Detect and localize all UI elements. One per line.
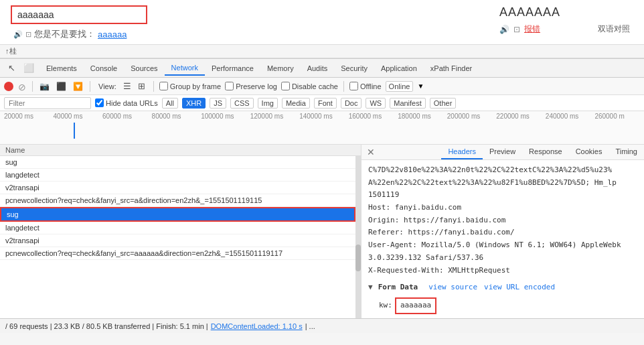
name-column-header: Name: [5, 146, 25, 154]
tab-memory[interactable]: Memory: [260, 62, 301, 75]
filter-btn-font[interactable]: Font: [314, 98, 337, 109]
detail-tab-timing[interactable]: Timing: [609, 145, 644, 159]
tab-network[interactable]: Network: [165, 61, 205, 76]
scroll-thumb: [355, 245, 361, 271]
filter-btn-ws[interactable]: WS: [366, 98, 386, 109]
timeline-marker: [74, 123, 75, 139]
status-extra: | ...: [305, 322, 315, 330]
preserve-log-checkbox[interactable]: Preserve log: [225, 82, 277, 90]
right-speaker-icon: 🔊: [499, 25, 509, 34]
offline-checkbox[interactable]: Offline: [349, 82, 382, 90]
tab-audits[interactable]: Audits: [301, 62, 335, 75]
filter-btn-all[interactable]: All: [162, 98, 178, 109]
network-list-header: Name: [0, 145, 361, 156]
timeline-labels: 20000 ms 40000 ms 60000 ms 80000 ms 1000…: [0, 113, 644, 120]
detail-panel: ✕ Headers Preview Response Cookies Timin…: [361, 145, 644, 333]
timeline-label-8: 160000 ms: [349, 113, 398, 120]
list-view-icon[interactable]: ☰: [120, 80, 134, 92]
dom-content-loaded-link[interactable]: DOMContentLoaded: 1.10 s: [211, 322, 303, 330]
tab-performance[interactable]: Performance: [205, 62, 260, 75]
detail-tab-headers[interactable]: Headers: [441, 145, 483, 159]
filter-btn-other[interactable]: Other: [430, 98, 457, 109]
timeline-label-11: 220000 ms: [496, 113, 546, 120]
right-sub-row: 🔊 ⊡ 报错 双语对照: [499, 23, 633, 35]
filter-input[interactable]: [4, 97, 91, 109]
device-icon[interactable]: ⬜: [21, 62, 37, 74]
timeline-label-7: 140000 ms: [299, 113, 349, 120]
cursor-icon[interactable]: ↖: [5, 62, 18, 74]
filter-btn-media[interactable]: Media: [282, 98, 310, 109]
stop-button[interactable]: ⊘: [17, 82, 27, 91]
hide-data-urls-checkbox[interactable]: Hide data URLs: [95, 98, 158, 107]
funnel-icon[interactable]: 🔽: [72, 82, 84, 91]
suggestion-text: 您是不是要找：: [34, 28, 95, 40]
status-text: / 69 requests | 23.3 KB / 80.5 KB transf…: [5, 322, 208, 330]
filter-btn-manifest[interactable]: Manifest: [390, 98, 426, 109]
network-item-langdetect-1[interactable]: langdetect: [0, 169, 355, 182]
group-frame-checkbox[interactable]: Group by frame: [159, 82, 221, 90]
disable-cache-checkbox[interactable]: Disable cache: [281, 82, 338, 90]
filter-btn-css[interactable]: CSS: [230, 98, 254, 109]
triangle-icon: ▼: [368, 281, 373, 294]
online-button[interactable]: Online: [386, 81, 414, 92]
tab-sources[interactable]: Sources: [124, 62, 164, 75]
detail-line-xhr: X-Requested-With: XMLHttpRequest: [368, 265, 637, 277]
network-item-langdetect-2[interactable]: langdetect: [0, 222, 355, 234]
tab-xpath-finder[interactable]: xPath Finder: [424, 62, 479, 75]
tab-application[interactable]: Application: [374, 62, 424, 75]
network-list-panel: Name sug langdetect v2transapi pcnewcoll…: [0, 145, 361, 333]
form-data-header: ▼ Form Data view source view URL encoded: [368, 279, 637, 296]
network-item-pcnewcollection-1[interactable]: pcnewcollection?req=check&fanyi_src=a&di…: [0, 194, 355, 207]
close-detail-button[interactable]: ✕: [361, 145, 380, 159]
timeline-row: 20000 ms 40000 ms 60000 ms 80000 ms 1000…: [0, 111, 644, 145]
camera-icon[interactable]: 📷: [38, 82, 51, 91]
dropdown-icon[interactable]: ▼: [417, 82, 424, 90]
suggestion-link[interactable]: aaaaaa: [98, 29, 127, 40]
scroll-indicator[interactable]: [355, 156, 361, 333]
network-item-sug-1[interactable]: sug: [0, 156, 355, 169]
detail-tab-response[interactable]: Response: [522, 145, 569, 159]
timeline-label-2: 40000 ms: [54, 113, 103, 120]
separator-4: [343, 81, 344, 92]
filter-btn-js[interactable]: JS: [210, 98, 226, 109]
filter-btn-img[interactable]: Img: [258, 98, 278, 109]
filter-icon[interactable]: ⬛: [55, 82, 68, 91]
filter-row: Hide data URLs All XHR JS CSS Img Media …: [0, 95, 644, 111]
error-link[interactable]: 报错: [524, 23, 540, 35]
detail-tab-cookies[interactable]: Cookies: [569, 145, 609, 159]
network-item-v2transapi-1[interactable]: v2transapi: [0, 182, 355, 194]
tab-elements[interactable]: Elements: [39, 62, 84, 75]
detail-line-host: Host: fanyi.baidu.com: [368, 202, 637, 214]
filter-btn-doc[interactable]: Doc: [341, 98, 362, 109]
timeline-label-3: 60000 ms: [102, 113, 152, 120]
view-label: View:: [98, 82, 116, 90]
timeline-label-4: 80000 ms: [152, 113, 202, 120]
toolbar-row: ⊘ 📷 ⬛ 🔽 View: ☰ ⊞ Group by frame Preserv…: [0, 78, 644, 95]
network-item-pcnewcollection-2[interactable]: pcnewcollection?req=check&fanyi_src=aaaa…: [0, 247, 355, 260]
view-url-encoded-link[interactable]: view URL encoded: [484, 281, 555, 294]
separator-3: [153, 81, 154, 92]
record-button[interactable]: [4, 82, 13, 91]
view-source-link[interactable]: view source: [428, 281, 477, 294]
top-section: 🔊 ⊡ 您是不是要找： aaaaaa AAAAAAA 🔊 ⊡ 报错 双语对照: [0, 0, 644, 45]
detail-content: C%7D%22v810e%22%3A%22n0t%22%2C%22textC%2…: [361, 160, 644, 320]
right-copy-icon: ⊡: [513, 25, 520, 34]
tab-security[interactable]: Security: [334, 62, 374, 75]
filter-btn-xhr[interactable]: XHR: [182, 98, 206, 109]
devtools-icons: ↖ ⬜: [3, 62, 39, 74]
detail-tab-preview[interactable]: Preview: [483, 145, 522, 159]
network-scroll-wrapper: sug langdetect v2transapi pcnewcollectio…: [0, 156, 361, 333]
view-icons: ☰ ⊞: [120, 80, 148, 92]
tab-console[interactable]: Console: [84, 62, 124, 75]
right-translation-area: AAAAAAA 🔊 ⊡ 报错 双语对照: [499, 5, 633, 35]
timeline-label-12: 240000 ms: [546, 113, 595, 120]
detail-line-referer: Referer: https://fanyi.baidu.com/: [368, 226, 637, 239]
search-area: 🔊 ⊡ 您是不是要找： aaaaaa: [11, 5, 147, 40]
detail-line-origin: Origin: https://fanyi.baidu.com: [368, 214, 637, 227]
bilingual-button[interactable]: 双语对照: [598, 23, 630, 35]
grid-view-icon[interactable]: ⊞: [135, 80, 148, 92]
network-item-v2transapi-2[interactable]: v2transapi: [0, 234, 355, 247]
timeline-label-13: 260000 m: [594, 113, 644, 120]
search-input[interactable]: [12, 7, 146, 23]
network-item-sug-2[interactable]: sug: [0, 207, 355, 222]
